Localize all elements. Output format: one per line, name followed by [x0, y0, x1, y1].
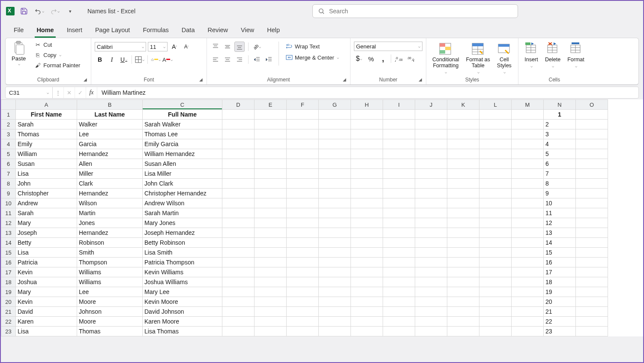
cell-O4[interactable] [576, 139, 608, 149]
column-header-M[interactable]: M [512, 100, 544, 110]
font-color-button[interactable]: A⌵ [162, 54, 173, 65]
cell-K4[interactable] [447, 139, 479, 149]
cell-L7[interactable] [479, 169, 512, 179]
alignment-launcher[interactable]: ◢ [343, 77, 349, 83]
cell-L19[interactable] [479, 287, 512, 297]
cell-M3[interactable] [512, 129, 544, 139]
cell-L16[interactable] [479, 258, 512, 267]
cell-K11[interactable] [447, 208, 479, 218]
cell-L11[interactable] [479, 208, 512, 218]
cell-A16[interactable]: Patricia [16, 258, 77, 267]
cell-F20[interactable] [287, 297, 319, 307]
cell-H17[interactable] [351, 267, 383, 277]
cell-I5[interactable] [383, 149, 415, 159]
cell-D10[interactable] [222, 198, 255, 208]
cell-H18[interactable] [351, 277, 383, 287]
cell-B8[interactable]: Clark [77, 179, 143, 189]
cell-L12[interactable] [479, 218, 512, 228]
cell-J7[interactable] [415, 169, 447, 179]
cell-J5[interactable] [415, 149, 447, 159]
row-header-22[interactable]: 22 [1, 317, 16, 327]
cell-A5[interactable]: William [16, 149, 77, 159]
column-header-F[interactable]: F [287, 100, 319, 110]
cell-B3[interactable]: Lee [77, 129, 143, 139]
row-header-1[interactable]: 1 [1, 110, 16, 120]
cell-M7[interactable] [512, 169, 544, 179]
cell-O19[interactable] [576, 287, 608, 297]
cell-K2[interactable] [447, 120, 479, 129]
cell-H14[interactable] [351, 238, 383, 248]
cell-K19[interactable] [447, 287, 479, 297]
cell-J8[interactable] [415, 179, 447, 189]
cell-F13[interactable] [287, 228, 319, 238]
cell-E17[interactable] [255, 267, 287, 277]
cell-K8[interactable] [447, 179, 479, 189]
cell-M20[interactable] [512, 297, 544, 307]
cell-E20[interactable] [255, 297, 287, 307]
cell-B14[interactable]: Robinson [77, 238, 143, 248]
tab-data[interactable]: Data [180, 23, 197, 38]
italic-button[interactable]: I [107, 54, 117, 65]
cell-E19[interactable] [255, 287, 287, 297]
cell-B5[interactable]: Hernandez [77, 149, 143, 159]
cell-C13[interactable]: Joseph Hernandez [143, 228, 222, 238]
cell-M11[interactable] [512, 208, 544, 218]
cell-D16[interactable] [222, 258, 255, 267]
cell-L13[interactable] [479, 228, 512, 238]
cell-N8[interactable]: 8 [544, 179, 576, 189]
cell-I1[interactable] [383, 110, 415, 120]
cell-O1[interactable] [576, 110, 608, 120]
cancel-formula-button[interactable]: ✕ [64, 87, 75, 98]
cell-C11[interactable]: Sarah Martin [143, 208, 222, 218]
cell-M15[interactable] [512, 248, 544, 258]
row-header-20[interactable]: 20 [1, 297, 16, 307]
cell-E21[interactable] [255, 307, 287, 317]
cell-J20[interactable] [415, 297, 447, 307]
cell-J21[interactable] [415, 307, 447, 317]
row-header-23[interactable]: 23 [1, 327, 16, 336]
cell-C17[interactable]: Kevin Williams [143, 267, 222, 277]
column-header-L[interactable]: L [479, 100, 512, 110]
cell-F19[interactable] [287, 287, 319, 297]
cell-N23[interactable]: 23 [544, 327, 576, 336]
cell-C7[interactable]: Lisa Miller [143, 169, 222, 179]
cell-E9[interactable] [255, 189, 287, 198]
wrap-text-button[interactable]: abWrap Text [283, 42, 341, 51]
cell-B7[interactable]: Miller [77, 169, 143, 179]
cell-A9[interactable]: Christopher [16, 189, 77, 198]
cell-N1[interactable]: 1 [544, 110, 576, 120]
cell-E11[interactable] [255, 208, 287, 218]
cell-L17[interactable] [479, 267, 512, 277]
number-format-select[interactable]: General⌵ [354, 42, 422, 51]
cell-styles-button[interactable]: Cell Styles⌵ [494, 41, 514, 76]
cell-F16[interactable] [287, 258, 319, 267]
cell-K10[interactable] [447, 198, 479, 208]
cell-M1[interactable] [512, 110, 544, 120]
cell-C2[interactable]: Sarah Walker [143, 120, 222, 129]
cell-G3[interactable] [319, 129, 351, 139]
cell-H15[interactable] [351, 248, 383, 258]
cell-K14[interactable] [447, 238, 479, 248]
cell-L22[interactable] [479, 317, 512, 327]
cell-D19[interactable] [222, 287, 255, 297]
cell-G20[interactable] [319, 297, 351, 307]
column-header-H[interactable]: H [351, 100, 383, 110]
enter-formula-button[interactable]: ✓ [75, 87, 86, 98]
row-header-11[interactable]: 11 [1, 208, 16, 218]
accounting-format-button[interactable]: $⌵ [354, 54, 364, 64]
borders-button[interactable]: ⌵ [135, 54, 145, 65]
cell-N20[interactable]: 20 [544, 297, 576, 307]
cell-E2[interactable] [255, 120, 287, 129]
cell-K9[interactable] [447, 189, 479, 198]
formula-input[interactable]: William Martinez [97, 89, 638, 96]
cell-G12[interactable] [319, 218, 351, 228]
cell-K16[interactable] [447, 258, 479, 267]
cell-M23[interactable] [512, 327, 544, 336]
cell-O6[interactable] [576, 159, 608, 169]
cell-B18[interactable]: Williams [77, 277, 143, 287]
qat-customize-button[interactable]: ▾ [64, 5, 76, 17]
row-header-21[interactable]: 21 [1, 307, 16, 317]
cell-J18[interactable] [415, 277, 447, 287]
cell-N15[interactable]: 15 [544, 248, 576, 258]
cell-F1[interactable] [287, 110, 319, 120]
